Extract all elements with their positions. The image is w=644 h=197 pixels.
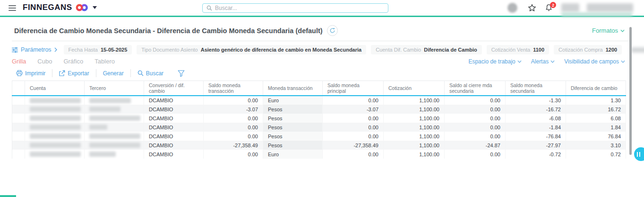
cell-saldo-moneda-transaccion: -3.07 <box>204 105 263 114</box>
cell-diferencia-de-cambio: 0.72 <box>566 150 626 159</box>
cell-saldo-moneda-secundaria: -6.08 <box>506 114 566 123</box>
table-row[interactable]: DCAMBIO0.00Euro0.001,100.000.00-0.720.72 <box>12 150 626 159</box>
refresh-button[interactable] <box>327 25 338 36</box>
cell-tercero-redacted <box>85 132 144 141</box>
chevron-right-icon <box>54 47 57 52</box>
blurred-app-icon[interactable] <box>507 3 517 13</box>
tab-grilla[interactable]: Grilla <box>12 58 26 65</box>
cell-cotizacion: 1,100.00 <box>384 141 445 150</box>
parameters-toggle[interactable]: Parámetros <box>12 46 57 53</box>
cell-saldo-moneda-secundaria: -16.72 <box>506 105 566 114</box>
filter-button[interactable] <box>178 70 185 77</box>
visibilidad-de-campos-dropdown[interactable]: Visibilidad de campos <box>564 58 625 65</box>
col-saldo-cierre-mda-secundaria[interactable]: Saldo al cierre mda secundaria <box>445 81 506 96</box>
cell-saldo-moneda-secundaria: -1.30 <box>506 96 566 105</box>
tab-tablero[interactable]: Tablero <box>94 58 115 65</box>
search-icon <box>206 5 212 11</box>
cell-tercero-redacted <box>85 141 144 150</box>
notifications-bell-button[interactable]: 2 <box>545 4 553 12</box>
cell-saldo-moneda-principal: 0.00 <box>323 96 384 105</box>
col-diferencia-de-cambio[interactable]: Diferencia de cambio <box>566 81 626 96</box>
star-icon <box>528 4 536 12</box>
cell-cuenta-redacted <box>25 123 85 132</box>
cell-saldo-moneda-principal: 0.00 <box>323 132 384 141</box>
col-moneda-transaccion[interactable]: Moneda transacción <box>263 81 323 96</box>
table-row[interactable]: DCAMBIO0.00Pesos0.001,100.000.00-1.841.8… <box>12 123 626 132</box>
brand-menu[interactable]: FINNEGANS <box>23 3 97 12</box>
param-cotizacion-compra[interactable]: Cotización Compra 1200 <box>554 45 622 54</box>
param-cotizacion-venta[interactable]: Cotización Venta 1100 <box>487 45 549 54</box>
brand-logo-text: FINNEGANS <box>23 3 72 12</box>
col-saldo-moneda-principal[interactable]: Saldo moneda principal <box>323 81 384 96</box>
side-panel-handle[interactable] <box>634 147 644 161</box>
cell-cuenta-redacted <box>25 150 85 159</box>
user-account-redacted[interactable] <box>561 0 644 16</box>
param-fecha-hasta[interactable]: Fecha Hasta 15-05-2025 <box>64 45 132 54</box>
cell-moneda-transaccion: Euro <box>263 96 323 105</box>
cell-conversion: DCAMBIO <box>144 96 204 105</box>
chevron-down-icon <box>550 60 555 63</box>
cell-cotizacion: 1,100.00 <box>384 150 445 159</box>
table-row[interactable]: DCAMBIO-27,358.49Pesos-27,358.491,100.00… <box>12 141 626 150</box>
cell-moneda-transaccion: Euro <box>263 150 323 159</box>
cell-saldo-cierre-mda-secundaria: 0.00 <box>445 114 506 123</box>
cell-cuenta-redacted <box>25 141 85 150</box>
chevron-down-icon <box>621 60 625 63</box>
col-conversion[interactable]: Conversión / dif. cambio <box>144 81 204 96</box>
table-body: DCAMBIO0.00Euro0.001,100.000.00-1.301.30… <box>12 96 626 159</box>
param-cuenta-dif-cambio[interactable]: Cuenta Dif. Cambio Diferencia de Cambio <box>371 45 481 54</box>
table-row[interactable]: DCAMBIO0.00Pesos0.001,100.000.00-76.8476… <box>12 132 626 141</box>
grid-toolbar: Imprimir Exportar Generar Buscar <box>14 69 644 77</box>
alertas-dropdown[interactable]: Alertas <box>531 58 555 65</box>
col-cotizacion[interactable]: Cotización <box>384 81 445 96</box>
notification-badge: 2 <box>550 2 556 8</box>
cell-moneda-transaccion: Pesos <box>263 123 323 132</box>
tab-grafico[interactable]: Gráfico <box>63 58 83 65</box>
bottom-accent-strip <box>0 195 16 197</box>
cell-saldo-moneda-secundaria: -0.72 <box>506 150 566 159</box>
cell-saldo-moneda-principal: 0.00 <box>323 114 384 123</box>
grid-search-button[interactable]: Buscar <box>136 70 165 77</box>
cell-saldo-cierre-mda-secundaria: 0.00 <box>445 132 506 141</box>
table-row[interactable]: DCAMBIO0.00Euro0.001,100.000.00-1.301.30 <box>12 96 626 105</box>
cell-saldo-cierre-mda-secundaria: -24.87 <box>445 141 506 150</box>
cell-conversion: DCAMBIO <box>144 132 204 141</box>
formats-dropdown[interactable]: Formatos <box>592 27 625 34</box>
parameters-bar: Parámetros Fecha Hasta 15-05-2025 Tipo D… <box>12 45 644 54</box>
cell-saldo-moneda-secundaria: -1.84 <box>506 123 566 132</box>
view-tabs: Grilla Cubo Gráfico Tablero Espacio de t… <box>12 58 625 65</box>
cell-moneda-transaccion: Pesos <box>263 132 323 141</box>
col-saldo-moneda-transaccion[interactable]: Saldo moneda transacción <box>204 81 263 96</box>
print-button[interactable]: Imprimir <box>14 70 47 77</box>
export-button[interactable]: Exportar <box>57 70 91 77</box>
cell-conversion: DCAMBIO <box>144 150 204 159</box>
cell-tercero-redacted <box>85 105 144 114</box>
chevron-down-icon <box>620 29 625 32</box>
search-icon <box>137 70 144 76</box>
col-selector <box>12 81 25 96</box>
param-tipo-documento[interactable]: Tipo Documento Asiento Asiento genérico … <box>137 45 366 54</box>
col-tercero[interactable]: Tercero <box>85 81 144 96</box>
vertical-scrollbar[interactable] <box>629 27 632 155</box>
generate-button[interactable]: Generar <box>101 70 126 77</box>
tab-cubo[interactable]: Cubo <box>37 58 52 65</box>
cell-saldo-moneda-principal: -27,358.49 <box>323 141 384 150</box>
cell-saldo-cierre-mda-secundaria: 0.00 <box>445 150 506 159</box>
cell-cotizacion: 1,100.00 <box>384 123 445 132</box>
favorites-star-button[interactable] <box>528 4 536 12</box>
table-row[interactable]: DCAMBIO-3.07Pesos-3.071,100.000.00-16.72… <box>12 105 626 114</box>
col-saldo-moneda-secundaria[interactable]: Saldo moneda secundaria <box>506 81 566 96</box>
cell-moneda-transaccion: Pesos <box>263 114 323 123</box>
chevron-down-icon <box>517 60 522 63</box>
cell-saldo-cierre-mda-secundaria: 0.00 <box>445 123 506 132</box>
cell-saldo-moneda-secundaria: -76.84 <box>506 132 566 141</box>
espacio-de-trabajo-dropdown[interactable]: Espacio de trabajo <box>468 58 521 65</box>
cell-moneda-transaccion: Pesos <box>263 105 323 114</box>
col-cuenta[interactable]: Cuenta <box>25 81 85 96</box>
data-grid: Cuenta Tercero Conversión / dif. cambio … <box>12 81 644 159</box>
cell-cuenta-redacted <box>25 96 85 105</box>
cell-saldo-moneda-principal: 0.00 <box>323 123 384 132</box>
table-row[interactable]: DCAMBIO0.00Pesos0.001,100.000.00-6.086.0… <box>12 114 626 123</box>
search-input[interactable] <box>215 5 384 11</box>
hamburger-menu-icon[interactable] <box>9 5 16 11</box>
